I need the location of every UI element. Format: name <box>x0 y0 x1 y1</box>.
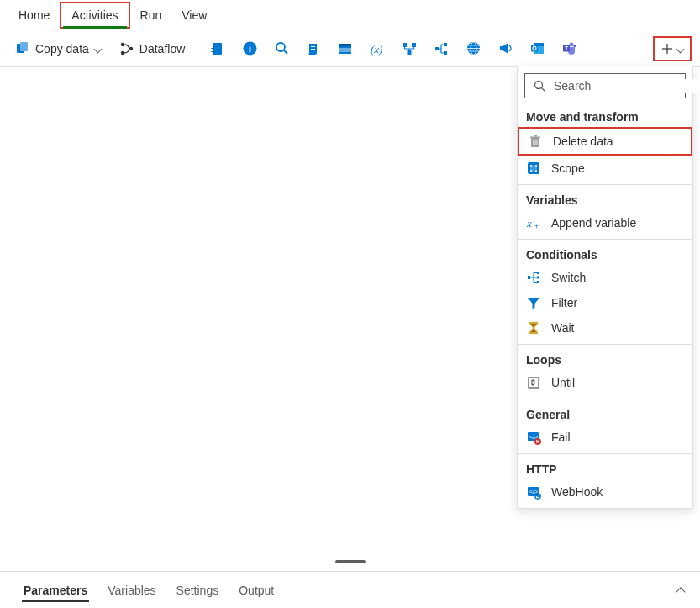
script-button[interactable] <box>299 38 328 60</box>
chevron-down-icon <box>94 45 103 53</box>
dataflow-icon <box>119 41 134 56</box>
notebook-button[interactable] <box>203 38 232 60</box>
svg-rect-24 <box>435 47 439 50</box>
copy-data-button[interactable]: Copy data <box>8 38 109 60</box>
section-move-transform: Move and transform <box>518 105 692 127</box>
dataflow-button[interactable]: Dataflow <box>113 38 192 60</box>
svg-rect-62 <box>529 378 539 388</box>
search-button[interactable] <box>267 38 296 60</box>
svg-rect-6 <box>212 45 214 45</box>
activity-filter[interactable]: Filter <box>518 290 692 315</box>
tab-parameters[interactable]: Parameters <box>13 575 97 605</box>
svg-text:x: x <box>527 217 532 230</box>
activity-scope[interactable]: Scope <box>518 156 692 181</box>
menu-activities[interactable]: Activities <box>60 2 129 29</box>
branch-button[interactable] <box>427 38 455 60</box>
notebook-icon <box>210 41 225 56</box>
activity-label: Wait <box>551 321 574 335</box>
copy-data-label: Copy data <box>35 42 89 56</box>
script-icon <box>306 41 321 56</box>
section-http: HTTP <box>518 457 692 479</box>
svg-point-2 <box>121 42 124 45</box>
dataset-button[interactable] <box>331 38 360 60</box>
activity-webhook[interactable]: </> WebHook <box>518 479 692 505</box>
svg-point-53 <box>535 165 537 167</box>
activity-label: Until <box>551 376 575 389</box>
search-icon <box>532 78 547 93</box>
svg-rect-22 <box>412 43 416 47</box>
svg-point-37 <box>573 45 576 47</box>
svg-line-13 <box>284 50 287 54</box>
svg-point-55 <box>535 170 537 172</box>
resize-handle[interactable] <box>335 560 366 563</box>
trash-icon <box>528 134 543 149</box>
pipeline-button[interactable] <box>395 38 424 60</box>
pipeline-icon <box>402 41 417 56</box>
svg-point-36 <box>569 43 573 47</box>
tab-settings[interactable]: Settings <box>166 575 229 605</box>
activity-label: Scope <box>551 161 585 175</box>
section-loops: Loops <box>518 348 692 370</box>
info-button[interactable] <box>235 38 264 60</box>
tab-output[interactable]: Output <box>229 575 284 605</box>
divider <box>518 184 692 185</box>
activity-delete-data[interactable]: Delete data <box>518 127 692 156</box>
teams-icon: T <box>561 41 576 56</box>
activity-label: Delete data <box>553 135 613 148</box>
wait-icon <box>526 320 541 336</box>
search-icon <box>274 41 289 56</box>
svg-rect-14 <box>311 46 315 47</box>
menu-view[interactable]: View <box>171 3 217 27</box>
activity-append-variable[interactable]: x+ Append variable <box>518 210 692 235</box>
svg-rect-45 <box>530 137 540 139</box>
svg-point-54 <box>530 170 532 172</box>
svg-text:+: + <box>534 222 539 230</box>
divider <box>518 399 692 399</box>
svg-point-69 <box>536 494 538 496</box>
tab-variables[interactable]: Variables <box>97 575 166 605</box>
activity-until[interactable]: Until <box>518 370 692 395</box>
svg-text:T: T <box>565 45 569 51</box>
info-icon <box>242 41 257 56</box>
svg-rect-1 <box>20 42 28 51</box>
svg-rect-17 <box>339 44 351 46</box>
activity-picker-panel: Move and transform Delete data Scope Var… <box>517 66 693 509</box>
variable-x-icon: (x) <box>370 41 385 56</box>
svg-rect-5 <box>213 43 222 55</box>
menu-run[interactable]: Run <box>130 3 172 27</box>
web-button[interactable] <box>459 38 487 60</box>
add-activity-button[interactable] <box>653 36 692 61</box>
activity-search-input[interactable] <box>554 79 700 93</box>
webhook-icon: </> <box>526 484 541 500</box>
svg-rect-21 <box>403 43 407 47</box>
menu-home[interactable]: Home <box>8 3 60 27</box>
svg-rect-23 <box>408 50 412 55</box>
svg-rect-59 <box>537 272 539 274</box>
announce-button[interactable] <box>491 38 519 60</box>
svg-point-42 <box>534 81 542 88</box>
activity-label: Switch <box>551 271 586 284</box>
globe-icon <box>466 41 481 56</box>
plus-icon <box>660 41 675 56</box>
teams-button[interactable]: T <box>555 38 583 60</box>
outlook-button[interactable] <box>523 38 551 60</box>
activity-search[interactable] <box>524 73 686 98</box>
until-icon <box>526 375 541 390</box>
svg-line-43 <box>541 87 545 91</box>
section-variables: Variables <box>518 188 692 210</box>
svg-rect-10 <box>249 47 250 52</box>
svg-rect-61 <box>537 281 539 283</box>
activity-fail[interactable]: </> Fail <box>518 425 692 450</box>
svg-text:(x): (x) <box>371 43 382 56</box>
variable-button[interactable]: (x) <box>363 38 392 60</box>
activity-wait[interactable]: Wait <box>518 315 692 341</box>
svg-rect-26 <box>444 51 447 55</box>
menubar: Home Activities Run View <box>0 0 700 30</box>
dataset-icon <box>338 41 353 56</box>
svg-rect-58 <box>528 276 530 279</box>
section-general: General <box>518 403 692 425</box>
expand-panel-button[interactable] <box>675 584 687 596</box>
filter-icon <box>526 295 541 310</box>
svg-point-12 <box>276 43 285 51</box>
activity-switch[interactable]: Switch <box>518 265 692 290</box>
